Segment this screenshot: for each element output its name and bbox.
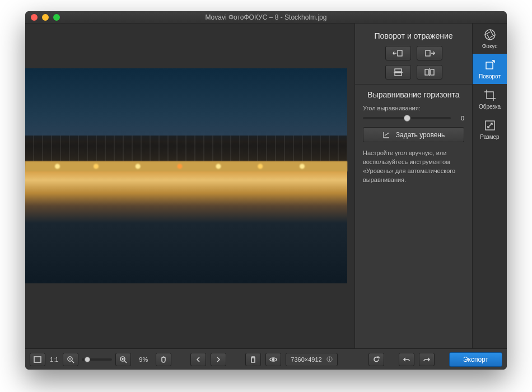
prev-image-button[interactable]: [190, 353, 206, 366]
zoom-percent: 9%: [136, 356, 151, 363]
pan-hand-button[interactable]: [156, 353, 171, 366]
titlebar: Movavi ФотоФОКУС – 8 - Stockholm.jpg: [25, 11, 507, 24]
svg-rect-0: [398, 50, 402, 56]
rotate-right-button[interactable]: [417, 46, 442, 60]
export-label: Экспорт: [463, 356, 488, 363]
zoom-actual-button[interactable]: 1:1: [50, 356, 58, 363]
dimensions-text: 7360×4912: [291, 356, 321, 363]
photo-preview: [25, 68, 347, 283]
window-controls: [31, 14, 60, 21]
tool-crop-label: Обрезка: [479, 104, 501, 110]
angle-label: Угол выравнивания:: [363, 105, 464, 111]
app-window: Movavi ФотоФОКУС – 8 - Stockholm.jpg Пов…: [25, 11, 507, 370]
side-panel: Поворот и отражение: [354, 24, 472, 348]
window-title: Movavi ФотоФОКУС – 8 - Stockholm.jpg: [25, 13, 507, 21]
svg-rect-9: [486, 62, 493, 69]
tool-focus-label: Фокус: [482, 43, 498, 49]
delete-button[interactable]: [245, 353, 261, 366]
angle-value: 0: [455, 115, 464, 122]
zoom-in-button[interactable]: [115, 353, 131, 366]
set-level-button[interactable]: Задать уровень: [363, 127, 464, 142]
undo-button[interactable]: [399, 353, 414, 366]
zoom-controls: [63, 353, 131, 366]
tool-crop[interactable]: Обрезка: [473, 84, 507, 114]
close-window-button[interactable]: [31, 14, 38, 21]
svg-rect-11: [34, 357, 41, 362]
svg-rect-2: [395, 69, 402, 72]
tool-rotate[interactable]: Поворот: [473, 54, 507, 84]
svg-rect-5: [425, 69, 428, 75]
zoom-slider[interactable]: [82, 358, 112, 361]
svg-rect-1: [426, 50, 430, 56]
set-level-label: Задать уровень: [396, 131, 445, 139]
rotate-left-button[interactable]: [385, 46, 411, 60]
tool-resize[interactable]: Размер: [473, 114, 507, 144]
panel-heading-rotate: Поворот и отражение: [363, 31, 464, 40]
svg-line-13: [72, 361, 74, 363]
panel-help-text: Настройте угол вручную, или воспользуйте…: [363, 149, 464, 185]
angle-slider[interactable]: [363, 117, 451, 119]
app-body: Поворот и отражение: [25, 24, 507, 348]
svg-point-20: [273, 358, 274, 360]
svg-line-16: [124, 361, 127, 363]
svg-rect-3: [395, 73, 402, 76]
aperture-icon: [483, 28, 497, 41]
resize-icon: [483, 119, 497, 132]
tool-focus[interactable]: Фокус: [473, 24, 507, 54]
svg-rect-6: [431, 69, 434, 75]
flip-horizontal-button[interactable]: [417, 65, 442, 80]
rotate-icon: [483, 58, 497, 72]
svg-point-8: [485, 30, 495, 40]
fit-screen-button[interactable]: [30, 353, 45, 366]
minimize-window-button[interactable]: [42, 14, 49, 21]
bottom-bar: 1:1 9% 7360×4912: [25, 348, 507, 370]
tool-sidebar: Фокус Поворот Обрезка Размер: [472, 24, 507, 348]
zoom-out-button[interactable]: [63, 353, 78, 366]
redo-button[interactable]: [419, 353, 435, 366]
tool-rotate-label: Поворот: [479, 73, 501, 80]
dimensions-badge: 7360×4912: [286, 353, 337, 366]
reset-button[interactable]: [368, 353, 384, 366]
panel-heading-horizon: Выравнивание горизонта: [363, 90, 464, 99]
export-button[interactable]: Экспорт: [449, 352, 502, 367]
next-image-button[interactable]: [211, 353, 226, 366]
zoom-window-button[interactable]: [53, 14, 60, 21]
crop-icon: [483, 88, 497, 102]
flip-vertical-button[interactable]: [385, 65, 411, 80]
svg-point-23: [329, 357, 329, 358]
canvas-area[interactable]: [25, 24, 354, 348]
compare-button[interactable]: [265, 353, 281, 366]
tool-resize-label: Размер: [480, 134, 499, 140]
info-icon[interactable]: [326, 356, 333, 362]
